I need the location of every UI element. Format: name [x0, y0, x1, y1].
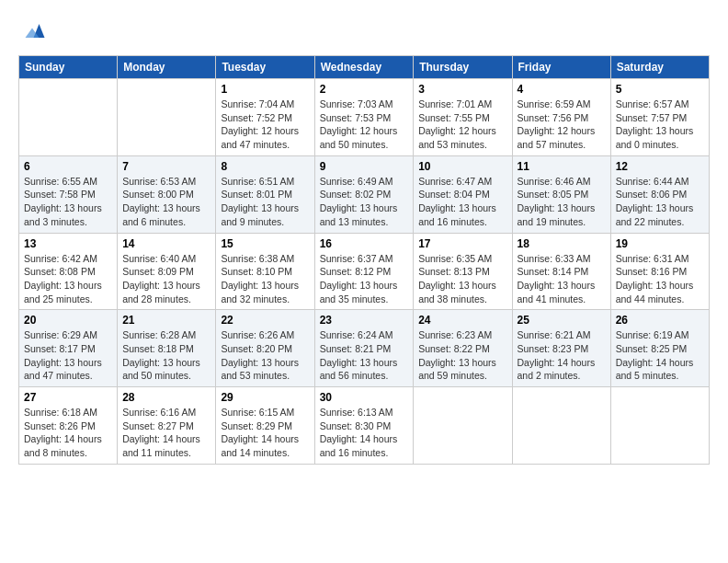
day-number: 30 [320, 391, 409, 404]
day-info: Sunrise: 7:04 AM Sunset: 7:52 PM Dayligh… [221, 98, 309, 152]
calendar-cell: 23Sunrise: 6:24 AM Sunset: 8:21 PM Dayli… [314, 310, 414, 387]
day-info: Sunrise: 6:49 AM Sunset: 8:02 PM Dayligh… [320, 175, 409, 229]
day-number: 7 [122, 160, 210, 173]
week-row-5: 27Sunrise: 6:18 AM Sunset: 8:26 PM Dayli… [19, 387, 710, 465]
calendar-cell: 12Sunrise: 6:44 AM Sunset: 8:06 PM Dayli… [610, 155, 709, 233]
day-info: Sunrise: 6:44 AM Sunset: 8:06 PM Dayligh… [616, 175, 704, 229]
day-info: Sunrise: 6:13 AM Sunset: 8:30 PM Dayligh… [320, 406, 409, 460]
calendar-cell [19, 79, 118, 156]
day-info: Sunrise: 6:40 AM Sunset: 8:09 PM Dayligh… [122, 252, 210, 306]
calendar-cell: 22Sunrise: 6:26 AM Sunset: 8:20 PM Dayli… [216, 310, 314, 387]
day-number: 10 [418, 160, 506, 173]
day-info: Sunrise: 6:15 AM Sunset: 8:29 PM Dayligh… [221, 406, 309, 460]
day-number: 17 [418, 237, 506, 250]
calendar-cell: 9Sunrise: 6:49 AM Sunset: 8:02 PM Daylig… [314, 155, 414, 233]
day-number: 8 [221, 160, 309, 173]
page-header [18, 18, 710, 46]
calendar-cell: 25Sunrise: 6:21 AM Sunset: 8:23 PM Dayli… [512, 310, 610, 387]
weekday-header-tuesday: Tuesday [216, 56, 314, 79]
calendar-cell: 11Sunrise: 6:46 AM Sunset: 8:05 PM Dayli… [512, 155, 610, 233]
day-number: 3 [418, 83, 506, 96]
weekday-header-row: SundayMondayTuesdayWednesdayThursdayFrid… [19, 56, 710, 79]
day-number: 24 [418, 314, 506, 327]
calendar-cell: 7Sunrise: 6:53 AM Sunset: 8:00 PM Daylig… [118, 155, 216, 233]
day-number: 23 [320, 314, 409, 327]
day-number: 12 [616, 160, 704, 173]
day-number: 25 [518, 314, 606, 327]
calendar-cell: 16Sunrise: 6:37 AM Sunset: 8:12 PM Dayli… [314, 233, 414, 310]
day-number: 5 [616, 83, 704, 96]
day-number: 6 [24, 160, 112, 173]
calendar-cell: 13Sunrise: 6:42 AM Sunset: 8:08 PM Dayli… [19, 233, 118, 310]
calendar-cell [414, 387, 512, 465]
calendar-cell [512, 387, 610, 465]
day-number: 28 [122, 391, 210, 404]
day-number: 22 [221, 314, 309, 327]
calendar-cell: 18Sunrise: 6:33 AM Sunset: 8:14 PM Dayli… [512, 233, 610, 310]
day-info: Sunrise: 6:35 AM Sunset: 8:13 PM Dayligh… [418, 252, 506, 306]
calendar-cell: 6Sunrise: 6:55 AM Sunset: 7:58 PM Daylig… [19, 155, 118, 233]
day-number: 9 [320, 160, 409, 173]
weekday-header-wednesday: Wednesday [314, 56, 414, 79]
day-number: 29 [221, 391, 309, 404]
calendar-cell: 27Sunrise: 6:18 AM Sunset: 8:26 PM Dayli… [19, 387, 118, 465]
day-number: 1 [221, 83, 309, 96]
calendar-cell [610, 387, 709, 465]
day-info: Sunrise: 6:47 AM Sunset: 8:04 PM Dayligh… [418, 175, 506, 229]
calendar-cell [118, 79, 216, 156]
day-number: 11 [518, 160, 606, 173]
day-number: 21 [122, 314, 210, 327]
calendar-cell: 20Sunrise: 6:29 AM Sunset: 8:17 PM Dayli… [19, 310, 118, 387]
logo [18, 18, 50, 46]
day-info: Sunrise: 6:26 AM Sunset: 8:20 PM Dayligh… [221, 328, 309, 383]
day-info: Sunrise: 6:24 AM Sunset: 8:21 PM Dayligh… [320, 328, 409, 383]
day-number: 20 [24, 314, 112, 327]
weekday-header-friday: Friday [512, 56, 610, 79]
calendar-cell: 8Sunrise: 6:51 AM Sunset: 8:01 PM Daylig… [216, 155, 314, 233]
day-number: 13 [24, 237, 112, 250]
day-number: 16 [320, 237, 409, 250]
day-info: Sunrise: 6:38 AM Sunset: 8:10 PM Dayligh… [221, 252, 309, 306]
calendar-cell: 29Sunrise: 6:15 AM Sunset: 8:29 PM Dayli… [216, 387, 314, 465]
calendar-cell: 28Sunrise: 6:16 AM Sunset: 8:27 PM Dayli… [118, 387, 216, 465]
day-info: Sunrise: 6:16 AM Sunset: 8:27 PM Dayligh… [122, 406, 210, 460]
day-info: Sunrise: 6:51 AM Sunset: 8:01 PM Dayligh… [221, 175, 309, 229]
weekday-header-saturday: Saturday [610, 56, 709, 79]
calendar-cell: 26Sunrise: 6:19 AM Sunset: 8:25 PM Dayli… [610, 310, 709, 387]
day-number: 4 [518, 83, 606, 96]
calendar-cell: 3Sunrise: 7:01 AM Sunset: 7:55 PM Daylig… [414, 79, 512, 156]
day-info: Sunrise: 6:55 AM Sunset: 7:58 PM Dayligh… [24, 175, 112, 229]
day-info: Sunrise: 6:42 AM Sunset: 8:08 PM Dayligh… [24, 252, 112, 306]
calendar-cell: 14Sunrise: 6:40 AM Sunset: 8:09 PM Dayli… [118, 233, 216, 310]
calendar-cell: 30Sunrise: 6:13 AM Sunset: 8:30 PM Dayli… [314, 387, 414, 465]
day-number: 2 [320, 83, 409, 96]
week-row-1: 1Sunrise: 7:04 AM Sunset: 7:52 PM Daylig… [19, 79, 710, 156]
day-number: 27 [24, 391, 112, 404]
calendar-cell: 5Sunrise: 6:57 AM Sunset: 7:57 PM Daylig… [610, 79, 709, 156]
calendar-cell: 4Sunrise: 6:59 AM Sunset: 7:56 PM Daylig… [512, 79, 610, 156]
day-number: 26 [616, 314, 704, 327]
day-info: Sunrise: 6:53 AM Sunset: 8:00 PM Dayligh… [122, 175, 210, 229]
day-info: Sunrise: 7:03 AM Sunset: 7:53 PM Dayligh… [320, 98, 409, 152]
day-info: Sunrise: 7:01 AM Sunset: 7:55 PM Dayligh… [418, 98, 506, 152]
weekday-header-monday: Monday [118, 56, 216, 79]
calendar-cell: 17Sunrise: 6:35 AM Sunset: 8:13 PM Dayli… [414, 233, 512, 310]
calendar-cell: 2Sunrise: 7:03 AM Sunset: 7:53 PM Daylig… [314, 79, 414, 156]
weekday-header-thursday: Thursday [414, 56, 512, 79]
day-info: Sunrise: 6:59 AM Sunset: 7:56 PM Dayligh… [518, 98, 606, 152]
day-info: Sunrise: 6:19 AM Sunset: 8:25 PM Dayligh… [616, 328, 704, 383]
week-row-2: 6Sunrise: 6:55 AM Sunset: 7:58 PM Daylig… [19, 155, 710, 233]
calendar-table: SundayMondayTuesdayWednesdayThursdayFrid… [18, 55, 710, 465]
calendar-cell: 10Sunrise: 6:47 AM Sunset: 8:04 PM Dayli… [414, 155, 512, 233]
calendar-cell: 21Sunrise: 6:28 AM Sunset: 8:18 PM Dayli… [118, 310, 216, 387]
calendar-cell: 19Sunrise: 6:31 AM Sunset: 8:16 PM Dayli… [610, 233, 709, 310]
week-row-4: 20Sunrise: 6:29 AM Sunset: 8:17 PM Dayli… [19, 310, 710, 387]
day-info: Sunrise: 6:29 AM Sunset: 8:17 PM Dayligh… [24, 328, 112, 383]
day-info: Sunrise: 6:33 AM Sunset: 8:14 PM Dayligh… [518, 252, 606, 306]
calendar-cell: 15Sunrise: 6:38 AM Sunset: 8:10 PM Dayli… [216, 233, 314, 310]
day-info: Sunrise: 6:23 AM Sunset: 8:22 PM Dayligh… [418, 328, 506, 383]
day-number: 19 [616, 237, 704, 250]
week-row-3: 13Sunrise: 6:42 AM Sunset: 8:08 PM Dayli… [19, 233, 710, 310]
day-info: Sunrise: 6:28 AM Sunset: 8:18 PM Dayligh… [122, 328, 210, 383]
calendar-cell: 1Sunrise: 7:04 AM Sunset: 7:52 PM Daylig… [216, 79, 314, 156]
